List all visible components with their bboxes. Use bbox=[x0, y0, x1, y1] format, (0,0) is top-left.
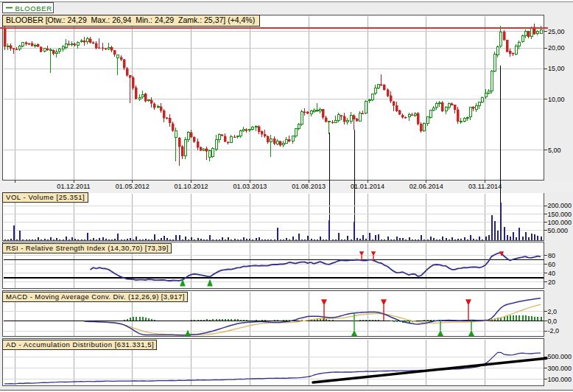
svg-text:MACD - Moving Average Conv. Di: MACD - Moving Average Conv. Div. (12,26,… bbox=[6, 293, 185, 301]
svg-text:BLOOBER [Otw.: 24,29 Max.: 26: BLOOBER [Otw.: 24,29 Max.: 26,94 Min.: 2… bbox=[6, 15, 255, 24]
svg-text:20,00: 20,00 bbox=[548, 44, 565, 52]
svg-text:0,0: 0,0 bbox=[548, 318, 558, 325]
svg-text:20: 20 bbox=[548, 279, 555, 286]
svg-text:01.12.2011: 01.12.2011 bbox=[57, 183, 90, 190]
svg-text:2,0: 2,0 bbox=[548, 308, 558, 315]
svg-text:25,00: 25,00 bbox=[548, 28, 565, 35]
svg-text:100.000: 100.000 bbox=[548, 376, 572, 383]
svg-text:10,00: 10,00 bbox=[548, 96, 565, 103]
svg-text:50.000: 50.000 bbox=[548, 227, 569, 234]
svg-text:200.000: 200.000 bbox=[548, 202, 572, 209]
svg-text:15,00: 15,00 bbox=[548, 65, 565, 72]
svg-text:03.11.2014: 03.11.2014 bbox=[468, 183, 502, 190]
svg-text:01.03.2013: 01.03.2013 bbox=[233, 183, 267, 190]
svg-text:40: 40 bbox=[548, 270, 555, 277]
svg-text:150.000: 150.000 bbox=[548, 211, 572, 218]
svg-text:500.000: 500.000 bbox=[548, 353, 572, 360]
svg-text:100.000: 100.000 bbox=[548, 219, 572, 226]
svg-text:80: 80 bbox=[548, 252, 555, 259]
svg-text:02.06.2014: 02.06.2014 bbox=[409, 183, 443, 190]
svg-text:AD - Accumulation Distribution: AD - Accumulation Distribution [631.331,… bbox=[6, 340, 154, 349]
svg-text:01.10.2012: 01.10.2012 bbox=[175, 183, 208, 190]
svg-text:5,00: 5,00 bbox=[548, 147, 561, 154]
svg-text:01.01.2014: 01.01.2014 bbox=[351, 183, 384, 190]
svg-text:01.05.2012: 01.05.2012 bbox=[116, 183, 150, 190]
svg-text:01.08.2013: 01.08.2013 bbox=[292, 183, 326, 190]
svg-text:300.000: 300.000 bbox=[548, 365, 572, 372]
svg-text:BLOOBER: BLOOBER bbox=[15, 4, 52, 13]
svg-text:-2,0: -2,0 bbox=[548, 327, 560, 335]
svg-text:60: 60 bbox=[548, 261, 555, 268]
svg-text:RSI - Relative Strength Index: RSI - Relative Strength Index (14,30,70)… bbox=[6, 244, 169, 252]
svg-text:VOL - Volume [25.351]: VOL - Volume [25.351] bbox=[6, 193, 85, 201]
